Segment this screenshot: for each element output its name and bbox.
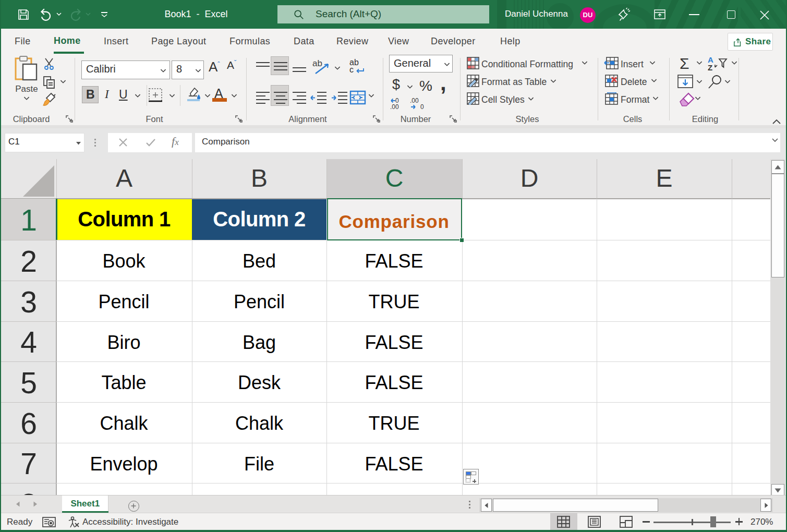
- svg-text:.00: .00: [410, 98, 419, 104]
- svg-text:Z: Z: [708, 63, 712, 71]
- svg-text:ab: ab: [312, 58, 322, 68]
- svg-text:.00: .00: [390, 103, 399, 110]
- svg-text:0: 0: [420, 103, 424, 110]
